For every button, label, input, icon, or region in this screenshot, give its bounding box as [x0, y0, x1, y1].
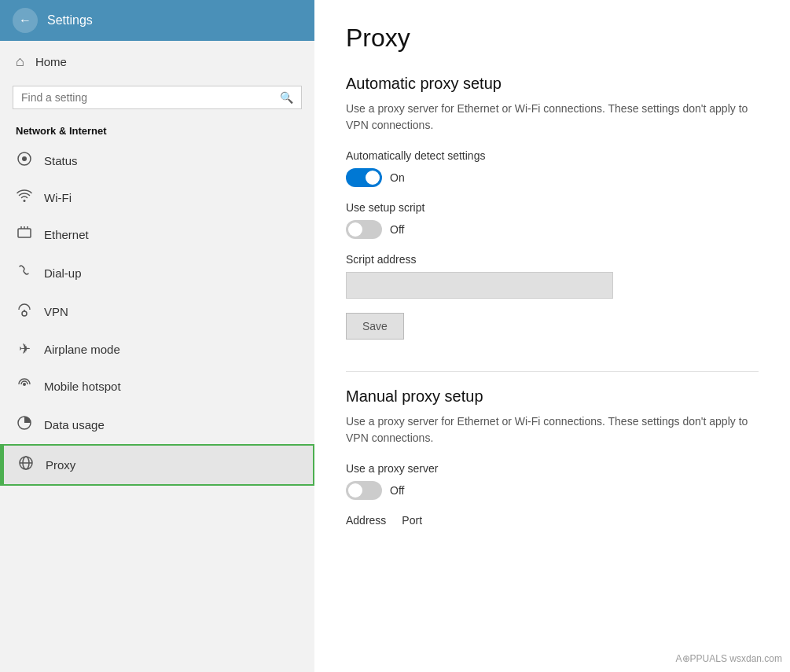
main-content: Proxy Automatic proxy setup Use a proxy … [314, 0, 790, 672]
manual-proxy-heading: Manual proxy setup [346, 387, 759, 406]
sidebar: ← Settings ⌂ Home 🔍 Network & Internet S… [0, 0, 314, 672]
search-icon: 🔍 [280, 91, 293, 104]
setup-script-row: Use setup script Off [346, 201, 759, 239]
watermark: A⊕PPUALS wsxdan.com [676, 653, 782, 664]
sidebar-item-proxy[interactable]: Proxy [0, 444, 314, 486]
status-label: Status [44, 154, 78, 167]
script-toggle-row: Off [346, 220, 759, 239]
sidebar-item-dialup[interactable]: Dial-up [0, 254, 314, 292]
proxy-icon [17, 455, 35, 475]
detect-toggle[interactable] [346, 168, 382, 187]
script-slider [346, 220, 382, 239]
svg-point-1 [22, 156, 27, 161]
sidebar-header: ← Settings [0, 0, 314, 41]
detect-toggle-row: On [346, 168, 759, 187]
status-icon [16, 151, 33, 171]
use-proxy-label: Use a proxy server [346, 462, 759, 475]
proxy-label: Proxy [46, 458, 75, 472]
settings-title: Settings [47, 13, 93, 28]
hotspot-label: Mobile hotspot [44, 380, 121, 393]
vpn-label: VPN [44, 305, 68, 318]
sidebar-item-hotspot[interactable]: Mobile hotspot [0, 367, 314, 406]
page-title: Proxy [346, 24, 759, 53]
sidebar-item-wifi[interactable]: Wi-Fi [0, 180, 314, 215]
dialup-label: Dial-up [44, 266, 82, 280]
use-proxy-toggle-row: Off [346, 481, 759, 500]
sidebar-item-ethernet[interactable]: Ethernet [0, 215, 314, 254]
script-address-label: Script address [346, 253, 759, 266]
hotspot-icon [16, 376, 33, 396]
manual-proxy-description: Use a proxy server for Ethernet or Wi-Fi… [346, 413, 759, 446]
ethernet-label: Ethernet [44, 228, 89, 241]
back-button[interactable]: ← [13, 8, 38, 33]
wifi-label: Wi-Fi [44, 191, 72, 204]
sidebar-item-airplane[interactable]: ✈ Airplane mode [0, 331, 314, 367]
svg-point-6 [22, 311, 27, 316]
home-nav-item[interactable]: ⌂ Home [0, 41, 314, 83]
script-label: Use setup script [346, 201, 759, 214]
search-input[interactable] [21, 91, 274, 104]
script-address-row: Script address [346, 253, 759, 299]
svg-rect-2 [18, 229, 31, 237]
ethernet-icon [16, 225, 33, 244]
sidebar-item-vpn[interactable]: VPN [0, 292, 314, 331]
svg-point-8 [23, 383, 26, 386]
address-label: Address [346, 514, 386, 527]
detect-label: Automatically detect settings [346, 149, 759, 162]
airplane-label: Airplane mode [44, 343, 120, 356]
wifi-icon [16, 189, 33, 206]
dialup-icon [16, 263, 33, 283]
address-port-row: Address Port [346, 514, 759, 527]
home-label: Home [35, 55, 67, 68]
script-toggle[interactable] [346, 220, 382, 239]
sidebar-item-datausage[interactable]: Data usage [0, 406, 314, 444]
sidebar-item-status[interactable]: Status [0, 141, 314, 180]
home-icon: ⌂ [16, 53, 24, 70]
port-label: Port [402, 514, 422, 527]
section-label: Network & Internet [0, 119, 314, 141]
use-proxy-row: Use a proxy server Off [346, 462, 759, 500]
use-proxy-toggle-text: Off [390, 484, 404, 497]
datausage-label: Data usage [44, 418, 105, 431]
airplane-icon: ✈ [16, 340, 33, 358]
script-address-input[interactable] [346, 272, 613, 299]
save-button[interactable]: Save [346, 313, 404, 340]
use-proxy-toggle[interactable] [346, 481, 382, 500]
detect-settings-row: Automatically detect settings On [346, 149, 759, 187]
auto-proxy-heading: Automatic proxy setup [346, 75, 759, 93]
script-toggle-text: Off [390, 223, 404, 236]
vpn-icon [16, 302, 33, 321]
section-divider [346, 371, 759, 372]
datausage-icon [16, 415, 33, 435]
detect-toggle-text: On [390, 171, 405, 184]
auto-proxy-description: Use a proxy server for Ethernet or Wi-Fi… [346, 101, 759, 134]
search-box[interactable]: 🔍 [13, 86, 302, 109]
detect-slider [346, 168, 382, 187]
use-proxy-slider [346, 481, 382, 500]
